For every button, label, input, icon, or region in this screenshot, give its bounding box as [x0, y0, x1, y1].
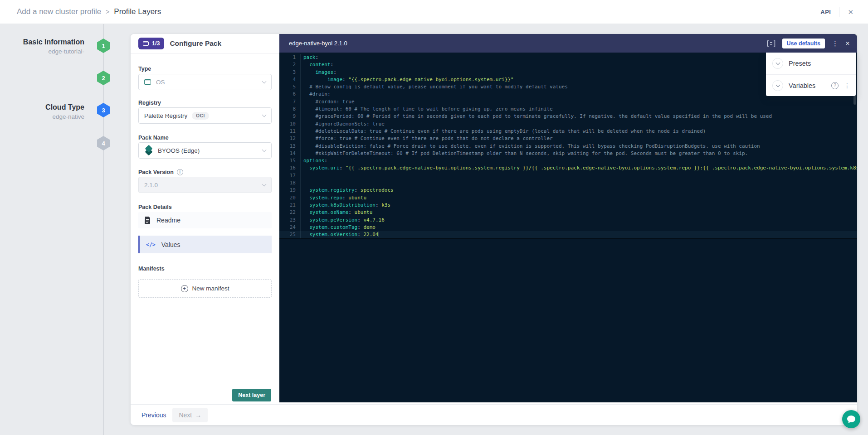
code-line-14: 14 #skipWaitForDeleteTimeout: 60 # If po… — [279, 150, 857, 157]
presets-row[interactable]: Presets — [766, 53, 856, 74]
line-content: #force: true # Continue even if there ar… — [300, 135, 553, 142]
variables-kebab-icon[interactable]: ⋮ — [844, 82, 850, 89]
editor-kebab-menu-icon[interactable]: ⋮ — [832, 40, 839, 47]
pack-name-select[interactable]: BYOOS (Edge) — [138, 142, 272, 159]
chat-bubble-icon — [847, 415, 856, 424]
presets-variables-panel: Presets Variables ? ⋮ — [766, 53, 856, 96]
new-manifest-button[interactable]: + New manifest — [138, 279, 272, 298]
breadcrumb-parent-link[interactable]: Add a new cluster profile — [17, 7, 101, 16]
type-value: OS — [156, 79, 165, 86]
code-line-20: 20 system.repo: ubuntu — [279, 194, 857, 202]
step-hexagon-2[interactable]: 2 — [97, 71, 110, 85]
line-number: 1 — [279, 54, 296, 61]
line-content: content: — [300, 61, 333, 68]
breadcrumb-current: Profile Layers — [114, 7, 161, 16]
variables-label: Variables — [789, 82, 815, 89]
line-number: 10 — [279, 121, 296, 128]
code-line-25: 25 system.osVersion: 22.04 — [279, 231, 857, 238]
split-diff-icon[interactable] — [767, 40, 775, 47]
close-wizard-icon[interactable]: ✕ — [848, 9, 853, 15]
pack-version-label-text: Pack Version — [138, 169, 174, 175]
variables-expand-icon[interactable] — [772, 80, 783, 91]
step-cloud-type[interactable]: Cloud Typeedge-native — [0, 103, 84, 121]
stepper-line — [103, 24, 104, 435]
breadcrumb-separator: > — [106, 8, 109, 15]
code-line-11: 11 #deleteLocalData: true # Continue eve… — [279, 128, 857, 135]
registry-value: Palette Registry — [144, 112, 187, 119]
variables-row[interactable]: Variables ? ⋮ — [766, 74, 856, 96]
line-number: 4 — [279, 76, 296, 83]
code-line-18: 18 — [279, 179, 857, 187]
editor-pack-title: edge-native-byoi 2.1.0 — [289, 40, 347, 47]
line-content: system.registry: spectrodocs — [300, 187, 394, 194]
arrow-right-icon: → — [195, 411, 201, 419]
add-cluster-profile-page: Add a new cluster profile > Profile Laye… — [0, 0, 868, 435]
line-number: 18 — [279, 179, 296, 187]
line-number: 5 — [279, 83, 296, 91]
line-number: 8 — [279, 106, 296, 113]
help-chat-launcher[interactable] — [842, 410, 860, 428]
pack-step-count: 1/3 — [152, 40, 160, 47]
step-hexagon-3[interactable]: 3 — [97, 103, 110, 117]
variables-help-icon[interactable]: ? — [831, 82, 839, 89]
line-content: system.repo: ubuntu — [300, 194, 366, 202]
line-content: system.customTag: demo — [300, 224, 375, 231]
configure-pack-title: Configure Pack — [170, 39, 221, 48]
configure-pack-header: 1/3 Configure Pack — [131, 34, 279, 53]
editor-close-icon[interactable]: ✕ — [845, 41, 850, 46]
code-line-22: 22 system.osName: ubuntu — [279, 209, 857, 216]
readme-tab[interactable]: Readme — [138, 212, 272, 228]
code-line-17: 17 — [279, 172, 857, 179]
line-number: 23 — [279, 217, 296, 224]
topbar-actions: API ✕ — [820, 7, 868, 17]
line-number: 16 — [279, 164, 296, 172]
line-content: pack: — [300, 54, 318, 61]
step-hexagon-1[interactable]: 1 — [97, 39, 110, 53]
line-number: 6 — [279, 91, 296, 98]
line-content: #gracePeriod: 60 # Period of time in sec… — [300, 113, 772, 120]
step-hexagon-4[interactable]: 4 — [97, 136, 110, 150]
chevron-down-icon — [262, 147, 267, 152]
info-icon[interactable]: i — [177, 169, 183, 175]
manifests-divider — [138, 273, 272, 273]
step-basic-information[interactable]: Basic Informationedge-tutorial- — [0, 38, 84, 56]
pack-step-badge: 1/3 — [138, 38, 164, 49]
chevron-down-icon — [262, 79, 267, 83]
line-content: - image: "{{.spectro.pack.edge-native-by… — [300, 76, 514, 83]
code-line-24: 24 system.customTag: demo — [279, 224, 857, 231]
presets-expand-icon[interactable] — [772, 58, 783, 69]
line-number: 11 — [279, 128, 296, 135]
line-content: system.peVersion: v4.7.16 — [300, 217, 385, 224]
code-line-13: 13 #disableEviction: false # Force drain… — [279, 143, 857, 150]
line-number: 2 — [279, 61, 296, 68]
line-content: # Below config is default value, please … — [300, 83, 568, 91]
previous-button[interactable]: Previous — [141, 411, 166, 419]
yaml-code-area[interactable]: 1pack:2 content:3 images:4 - image: "{{.… — [279, 53, 857, 402]
next-button-label: Next — [179, 411, 192, 419]
line-number: 22 — [279, 209, 296, 216]
use-defaults-button[interactable]: Use defaults — [782, 39, 825, 48]
editor-toolbar: Use defaults ⋮ ✕ — [767, 39, 850, 48]
code-icon: </> — [146, 242, 156, 248]
line-content: #cordon: true — [300, 98, 355, 106]
code-line-12: 12 #force: true # Continue even if there… — [279, 135, 857, 142]
code-line-9: 9 #gracePeriod: 60 # Period of time in s… — [279, 113, 857, 120]
line-content: system.osVersion: 22.04 — [300, 231, 379, 238]
line-content: #skipWaitForDeleteTimeout: 60 # If pod D… — [300, 150, 748, 157]
pack-name-value: BYOOS (Edge) — [158, 147, 200, 154]
line-content: options: — [300, 157, 327, 164]
line-number: 21 — [279, 202, 296, 209]
pack-version-select[interactable]: 2.1.0 — [138, 177, 272, 193]
next-button[interactable]: Next → — [172, 408, 208, 422]
api-button[interactable]: API — [820, 9, 831, 15]
code-line-21: 21 system.k8sDistribution: k3s — [279, 202, 857, 209]
line-content: system.osName: ubuntu — [300, 209, 372, 216]
registry-select[interactable]: Palette Registry OCI — [138, 107, 272, 124]
type-select[interactable]: OS — [138, 74, 272, 90]
oci-badge: OCI — [192, 112, 209, 120]
line-content: #ignoreDaemonSets: true — [300, 121, 385, 128]
chevron-down-icon — [262, 112, 267, 117]
next-layer-button[interactable]: Next layer — [232, 389, 271, 401]
step-sublabel: edge-native — [0, 113, 84, 121]
values-tab[interactable]: </> Values — [138, 236, 272, 253]
